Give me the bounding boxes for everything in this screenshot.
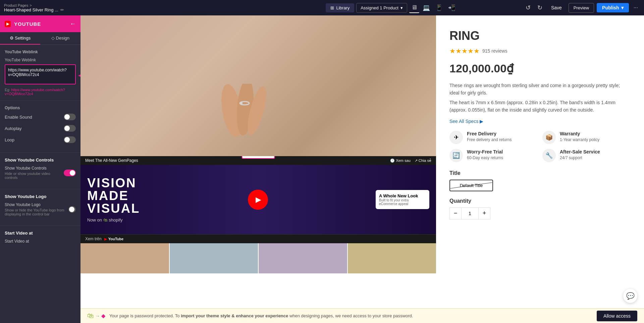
sidebar: ▶ YOUTUBE ← ⚙ Settings ◇ Design YouTube … bbox=[0, 15, 80, 323]
weblink-input-wrap: https://www.youtube.com/watch?v=OQBlWco7… bbox=[5, 64, 76, 86]
feature-delivery-desc: Free delivery and returns bbox=[467, 137, 512, 142]
autoplay-toggle[interactable] bbox=[64, 125, 76, 132]
chat-bubble[interactable]: 💬 bbox=[623, 289, 637, 303]
chat-icon: 💬 bbox=[626, 292, 635, 300]
panel-title: A Whole New Look bbox=[379, 193, 426, 198]
quantity-minus-button[interactable]: − bbox=[449, 207, 462, 219]
stars-row: ★★★★★ 915 reviews bbox=[449, 47, 631, 55]
chevron-down-icon: ▾ bbox=[621, 5, 624, 10]
star-rating: ★★★★★ bbox=[449, 47, 480, 55]
library-button[interactable]: ⊞ Library bbox=[326, 3, 354, 12]
youtube-bar-actions: 🕐 Xem sau ↗ Chia sẻ bbox=[390, 158, 431, 163]
plus-icon: + bbox=[246, 156, 249, 157]
shopify-logo-icon: 🛍 bbox=[103, 217, 109, 222]
loop-row: Loop bbox=[5, 136, 76, 143]
weblink-section: YouTube Weblink YouTube Weblink https://… bbox=[0, 45, 80, 101]
undo-button[interactable]: ↺ bbox=[524, 3, 533, 13]
youtube-action-xem-sau[interactable]: 🕐 Xem sau bbox=[390, 158, 410, 163]
publish-button[interactable]: Publish ▾ bbox=[597, 3, 629, 12]
preview-button[interactable]: Preview bbox=[569, 3, 594, 13]
assigned-product-button[interactable]: Assigned 1 Product ▾ bbox=[356, 3, 407, 13]
now-on-shopify: Now on 🛍 shopify bbox=[87, 217, 140, 222]
nav-center: ⊞ Library Assigned 1 Product ▾ 🖥 💻 📱 📲 bbox=[264, 3, 519, 13]
show-logo-toggle[interactable] bbox=[68, 206, 76, 213]
service-icon: 🔧 bbox=[542, 149, 556, 162]
youtube-footer: Xem trên ▶ YouTube bbox=[80, 234, 436, 243]
bottom-bar: 🛍 → ◆ Your page is password protected. T… bbox=[80, 308, 644, 323]
eg-link[interactable]: https://www.youtube.com/watch?v=OQBlWco7… bbox=[5, 88, 65, 96]
tab-design[interactable]: ◇ Design bbox=[40, 32, 80, 45]
quantity-plus-button[interactable]: + bbox=[478, 207, 490, 219]
youtube-action-chia-se[interactable]: ↗ Chia sẻ bbox=[415, 158, 431, 163]
youtube-bar-title: Meet The All-New GemPages bbox=[85, 158, 138, 163]
default-title-button[interactable]: Default Title bbox=[449, 180, 493, 191]
eg-text: Eg: https://www.youtube.com/watch?v=OQBl… bbox=[5, 88, 76, 96]
youtube-logo-badge: ▶ bbox=[5, 21, 11, 27]
allow-access-button[interactable]: Allow access bbox=[597, 311, 637, 321]
enable-sound-toggle[interactable] bbox=[64, 114, 76, 120]
page-name: Heart-Shaped Silver Ring ... ✏ bbox=[4, 7, 64, 12]
quantity-row: − 1 + bbox=[449, 207, 631, 219]
thumbnail-1[interactable] bbox=[80, 243, 169, 273]
breadcrumb: Product Pages > Heart-Shaped Silver Ring… bbox=[4, 3, 64, 12]
laptop-icon[interactable]: 💻 bbox=[421, 3, 432, 13]
main-content: + Youtube → Meet The All-New GemPages 🕐 … bbox=[80, 15, 644, 323]
show-controls-title: Show Youtube Controls bbox=[5, 157, 76, 163]
panel-sub: Built to fit your extra eCommerce appeal bbox=[379, 198, 426, 206]
youtube-watch-text: Xem trên bbox=[85, 237, 102, 241]
see-all-specs-link[interactable]: See All Specs ▶ bbox=[449, 119, 631, 124]
made-text: MADE bbox=[87, 189, 140, 202]
top-bar: Product Pages > Heart-Shaped Silver Ring… bbox=[0, 0, 644, 15]
product-images-area: + Youtube → Meet The All-New GemPages 🕐 … bbox=[80, 15, 436, 308]
design-icon: ◇ bbox=[51, 36, 55, 41]
arrow-right-icon: → bbox=[95, 313, 100, 319]
youtube-play-button[interactable] bbox=[248, 190, 268, 210]
edit-page-name-icon[interactable]: ✏ bbox=[60, 7, 64, 12]
save-button[interactable]: Save bbox=[547, 3, 566, 12]
chevron-down-icon: ▾ bbox=[400, 5, 403, 10]
feature-trial-desc: 60-Day easy returns bbox=[467, 155, 503, 160]
bottom-bar-text: Your page is password protected. To impo… bbox=[109, 313, 593, 318]
product-desc-2: The heart is 7mm x 6.5mm (approx. 0.28in… bbox=[449, 99, 631, 114]
settings-icon: ⚙ bbox=[10, 36, 14, 41]
trial-icon: 🔄 bbox=[449, 149, 463, 162]
feature-trial-title: Worry-Free Trial bbox=[467, 149, 503, 154]
youtube-footer-logo: ▶ YouTube bbox=[104, 237, 123, 241]
feature-service-text: After-Sale Service 24/7 support bbox=[560, 149, 600, 160]
autoplay-label: Autoplay bbox=[5, 126, 22, 131]
weblink-input[interactable]: https://www.youtube.com/watch?v=OQBlWco7… bbox=[5, 64, 76, 84]
start-video-label: Start Video at bbox=[5, 239, 76, 244]
weblink-section-title: YouTube Weblink bbox=[5, 50, 76, 54]
breadcrumb-area: Product Pages > Heart-Shaped Silver Ring… bbox=[4, 3, 260, 12]
canvas-area: + Youtube → Meet The All-New GemPages 🕐 … bbox=[80, 15, 644, 308]
youtube-background: VISION MADE VISUAL Now on 🛍 shopify bbox=[80, 165, 436, 234]
feature-warranty: 📦 Warranty 1-Year warranty policy bbox=[542, 131, 631, 144]
more-options-button[interactable]: ··· bbox=[632, 3, 640, 12]
tablet-icon[interactable]: 📱 bbox=[433, 3, 445, 13]
thumbnail-3[interactable] bbox=[259, 243, 347, 273]
feature-warranty-desc: 1-Year warranty policy bbox=[560, 137, 599, 142]
mobile-icon[interactable]: 📲 bbox=[446, 3, 458, 13]
loop-label: Loop bbox=[5, 137, 14, 142]
yt-play-icon: ▶ bbox=[104, 237, 107, 241]
thumbnail-2[interactable] bbox=[170, 243, 258, 273]
title-section-label: Title bbox=[449, 170, 631, 176]
sidebar-header: ▶ YOUTUBE ← bbox=[0, 15, 80, 32]
product-title: RING bbox=[449, 29, 631, 43]
desktop-icon[interactable]: 🖥 bbox=[409, 3, 419, 13]
thumbnail-row bbox=[80, 243, 436, 273]
redo-button[interactable]: ↻ bbox=[535, 3, 544, 13]
thumbnail-4[interactable] bbox=[348, 243, 436, 273]
show-controls-toggle-row: Show Youtube Controls Hide or show youtu… bbox=[5, 166, 76, 180]
show-logo-section: Show Youtube Logo Show Youtube Logo Show… bbox=[0, 189, 80, 225]
start-video-title: Start Video at bbox=[5, 231, 76, 236]
feature-free-delivery: ✈ Free Delivery Free delivery and return… bbox=[449, 131, 538, 144]
options-title: Options bbox=[5, 106, 76, 110]
loop-toggle[interactable] bbox=[64, 136, 76, 143]
options-section: Options Enable Sound Autoplay Loop bbox=[0, 101, 80, 152]
show-controls-toggle[interactable] bbox=[64, 170, 76, 176]
sidebar-back-button[interactable]: ← bbox=[70, 20, 76, 27]
tab-settings[interactable]: ⚙ Settings bbox=[0, 32, 40, 45]
bottom-bar-highlight: import your theme style & enhance your e… bbox=[181, 313, 288, 318]
arrow-right-icon: → bbox=[266, 156, 271, 157]
